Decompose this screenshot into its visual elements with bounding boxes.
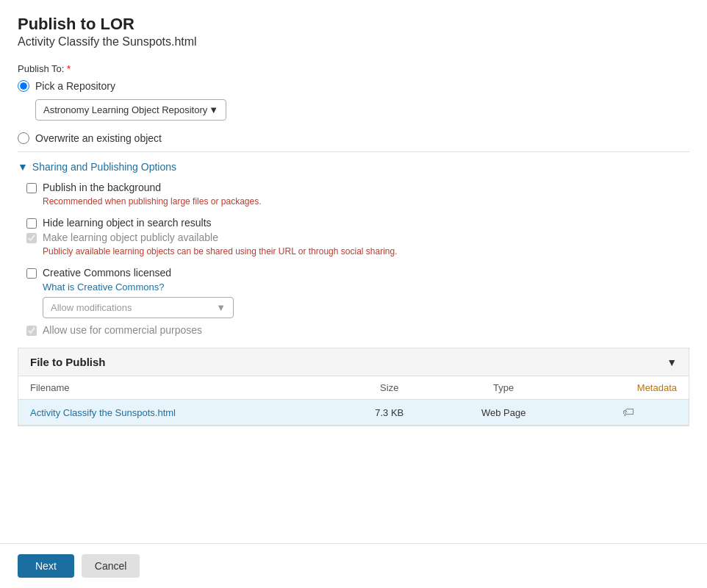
repository-dropdown-value: Astronomy Learning Object Repository — [43, 104, 207, 115]
file-table-head: Filename Size Type Metadata — [18, 376, 689, 400]
make-public-label: Make learning object publicly available — [43, 232, 218, 243]
hide-search-label: Hide learning object in search results — [43, 217, 212, 229]
radio-overwrite-input[interactable] — [18, 132, 29, 144]
publish-background-label: Publish in the background — [43, 182, 161, 193]
main-content: Publish to LOR Activity Classify the Sun… — [0, 0, 707, 543]
creative-commons-row[interactable]: Creative Commons licensed — [26, 267, 689, 279]
creative-commons-checkbox[interactable] — [26, 268, 37, 279]
page-subtitle: Activity Classify the Sunspots.html — [18, 35, 689, 49]
metadata-icon[interactable]: 🏷 — [622, 406, 634, 418]
hide-search-row[interactable]: Hide learning object in search results — [26, 217, 689, 229]
next-button[interactable]: Next — [18, 554, 74, 578]
file-section-header: File to Publish ▼ — [18, 348, 689, 376]
file-section-title: File to Publish — [30, 356, 106, 368]
page-title: Publish to LOR — [18, 15, 689, 34]
publish-background-hint: Recommended when publishing large files … — [43, 196, 689, 207]
sharing-title: Sharing and Publishing Options — [32, 161, 176, 173]
radio-group: Pick a Repository Astronomy Learning Obj… — [18, 80, 689, 144]
col-header-filename: Filename — [18, 376, 340, 400]
col-header-metadata: Metadata — [568, 376, 689, 400]
file-table-body: Activity Classify the Sunspots.html 7.3 … — [18, 400, 689, 426]
make-public-hint: Publicly available learning objects can … — [43, 246, 689, 257]
cancel-button[interactable]: Cancel — [82, 554, 140, 578]
sharing-header: ▼ Sharing and Publishing Options — [18, 161, 689, 173]
sharing-section: ▼ Sharing and Publishing Options Publish… — [18, 161, 689, 336]
allow-modifications-placeholder: Allow modifications — [51, 302, 132, 313]
radio-pick-repository-input[interactable] — [18, 80, 29, 92]
required-star: * — [67, 63, 71, 74]
file-metadata-cell: 🏷 — [568, 400, 689, 426]
radio-overwrite[interactable]: Overwrite an existing object — [18, 132, 689, 144]
publish-to-label: Publish To: * — [18, 63, 689, 74]
allow-commercial-row: Allow use for commercial purposes — [26, 324, 689, 336]
radio-overwrite-label: Overwrite an existing object — [35, 132, 162, 144]
radio-pick-repository-label: Pick a Repository — [35, 80, 115, 92]
allow-modifications-dropdown[interactable]: Allow modifications ▼ — [43, 297, 234, 318]
creative-commons-label: Creative Commons licensed — [43, 267, 171, 279]
repository-dropdown[interactable]: Astronomy Learning Object Repository ▼ — [35, 99, 226, 121]
file-table: Filename Size Type Metadata Activity Cla… — [18, 376, 689, 426]
publish-background-block: Publish in the background Recommended wh… — [18, 182, 689, 207]
creative-commons-link[interactable]: What is Creative Commons? — [43, 282, 689, 293]
sharing-chevron-icon: ▼ — [18, 161, 28, 173]
repository-dropdown-arrow: ▼ — [209, 104, 218, 115]
footer-section: Next Cancel — [0, 543, 707, 588]
file-type-cell: Web Page — [439, 400, 568, 426]
allow-modifications-arrow: ▼ — [216, 302, 226, 313]
section-divider — [18, 151, 689, 152]
file-filename-cell: Activity Classify the Sunspots.html — [18, 400, 340, 426]
publish-background-checkbox[interactable] — [26, 183, 37, 193]
file-section-arrow-icon: ▼ — [667, 356, 677, 368]
page-container: Publish to LOR Activity Classify the Sun… — [0, 0, 707, 588]
hide-search-block: Hide learning object in search results M… — [18, 217, 689, 257]
file-size-cell: 7.3 KB — [340, 400, 439, 426]
creative-commons-block: Creative Commons licensed What is Creati… — [18, 267, 689, 336]
table-row: Activity Classify the Sunspots.html 7.3 … — [18, 400, 689, 426]
col-header-type: Type — [439, 376, 568, 400]
file-filename-link[interactable]: Activity Classify the Sunspots.html — [30, 407, 176, 418]
make-public-checkbox — [26, 233, 37, 243]
radio-pick-repository[interactable]: Pick a Repository — [18, 80, 689, 92]
allow-commercial-label: Allow use for commercial purposes — [43, 324, 202, 336]
publish-background-row[interactable]: Publish in the background — [26, 182, 689, 193]
hide-search-checkbox[interactable] — [26, 218, 37, 229]
file-table-header-row: Filename Size Type Metadata — [18, 376, 689, 400]
allow-commercial-checkbox — [26, 326, 37, 336]
file-section: File to Publish ▼ Filename Size Type Met… — [18, 348, 689, 426]
make-public-row: Make learning object publicly available — [26, 232, 689, 243]
col-header-size: Size — [340, 376, 439, 400]
